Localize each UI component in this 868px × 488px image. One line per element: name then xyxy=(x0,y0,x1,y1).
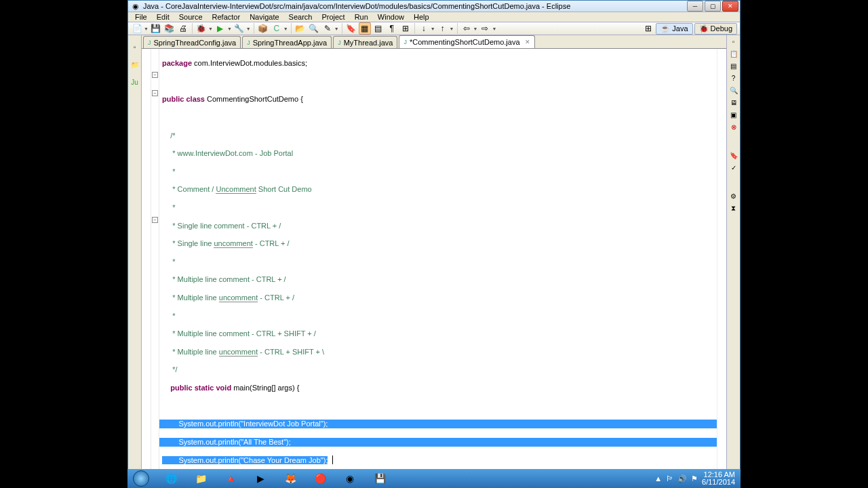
progress-icon[interactable]: ⧗ xyxy=(729,205,738,214)
window-title: Java - CoreJavaInterview-InterviewDot/sr… xyxy=(143,2,687,10)
menu-project[interactable]: Project xyxy=(317,12,349,22)
menu-window[interactable]: Window xyxy=(374,12,408,22)
titlebar[interactable]: ◉ Java - CoreJavaInterview-InterviewDot/… xyxy=(128,1,740,12)
new-package-button[interactable]: 📦 xyxy=(257,22,269,35)
search-view-icon[interactable]: 🔍 xyxy=(729,87,738,96)
restore-view-icon[interactable]: ▫ xyxy=(729,38,738,47)
new-button[interactable]: 📄▼ xyxy=(131,22,149,35)
outline-icon[interactable]: ▤ xyxy=(729,62,738,72)
taskbar-vlc[interactable]: 🔺 xyxy=(217,470,244,487)
bookmarks-icon[interactable]: 🔖 xyxy=(729,152,738,161)
overview-ruler[interactable] xyxy=(717,49,726,488)
taskbar: 🌐 📁 🔺 ▶ 🦊 🔴 ◉ 💾 ▲ 🏳 🔊 ⚑ 12:16 AM 6/11/20… xyxy=(127,469,741,488)
menu-refactor[interactable]: Refactor xyxy=(208,12,245,22)
task-list-icon[interactable]: 📋 xyxy=(729,50,738,60)
annotation-ruler[interactable] xyxy=(142,49,151,488)
menu-navigate[interactable]: Navigate xyxy=(245,12,283,22)
fold-toggle-icon[interactable]: − xyxy=(152,217,158,223)
menu-file[interactable]: File xyxy=(131,12,151,22)
eclipse-icon: ◉ xyxy=(131,1,140,11)
problems-icon[interactable]: ⊗ xyxy=(729,123,738,133)
back-button[interactable]: ⇦▼ xyxy=(460,22,478,35)
tasks-icon[interactable]: ✓ xyxy=(729,164,738,174)
left-view-toolbar: ▫ 📁 Ju xyxy=(128,35,142,488)
run-button[interactable]: ▶▼ xyxy=(214,22,232,35)
tab-springthreadconfig[interactable]: JSpringThreadConfig.java xyxy=(143,36,241,48)
editor-tabs: JSpringThreadConfig.java JSpringThreadAp… xyxy=(142,35,726,49)
tray-network-icon[interactable]: 🏳 xyxy=(666,474,673,483)
console-icon[interactable]: ▣ xyxy=(729,111,738,121)
prev-annotation-button[interactable]: ↑▼ xyxy=(437,22,454,35)
servers-icon[interactable]: 🖥 xyxy=(729,99,738,108)
right-view-toolbar: ▫ 📋 ▤ ? 🔍 🖥 ▣ ⊗ 🔖 ✓ ⚙ ⧗ xyxy=(726,35,740,488)
code-editor[interactable]: package com.InterviewDot.modules.basics;… xyxy=(159,49,717,488)
taskbar-app3[interactable]: 💾 xyxy=(366,470,393,487)
package-explorer-icon[interactable]: 📁 xyxy=(130,61,140,70)
save-all-button[interactable]: 📚 xyxy=(163,22,176,35)
properties-icon[interactable]: ⚙ xyxy=(729,192,738,202)
toggle-breadcrumb-button[interactable]: ▤ xyxy=(372,22,384,35)
fold-toggle-icon[interactable]: − xyxy=(152,90,158,96)
annotate-button[interactable]: ✎▼ xyxy=(321,22,339,35)
next-annotation-button[interactable]: ↓▼ xyxy=(418,22,435,35)
print-button[interactable]: 🖨 xyxy=(177,22,189,35)
taskbar-wmp[interactable]: ▶ xyxy=(247,470,274,487)
search-button[interactable]: 🔍 xyxy=(308,22,320,35)
tray-flag-icon[interactable]: ▲ xyxy=(654,474,662,483)
perspective-debug[interactable]: 🐞Debug xyxy=(694,23,737,35)
help-icon[interactable]: ? xyxy=(729,75,738,84)
junit-icon[interactable]: Ju xyxy=(130,79,140,88)
taskbar-explorer[interactable]: 📁 xyxy=(187,470,214,487)
perspective-java[interactable]: ☕Java xyxy=(656,23,692,35)
menubar: File Edit Source Refactor Navigate Searc… xyxy=(128,12,740,22)
toggle-mark-button[interactable]: 🔖 xyxy=(345,22,357,35)
taskbar-app1[interactable]: 🔴 xyxy=(307,470,334,487)
taskbar-firefox[interactable]: 🦊 xyxy=(277,470,304,487)
start-button[interactable] xyxy=(127,469,155,488)
external-tools-button[interactable]: 🔧▼ xyxy=(233,22,251,35)
debug-button[interactable]: 🐞▼ xyxy=(195,22,213,35)
minimize-button[interactable]: ─ xyxy=(687,1,703,12)
tray-clock[interactable]: 12:16 AM 6/11/2014 xyxy=(702,471,735,486)
toolbar: 📄▼ 💾 📚 🖨 🐞▼ ▶▼ 🔧▼ 📦 C▼ 📂 🔍 ✎▼ 🔖 ▦ ▤ ¶ ⊞ … xyxy=(128,22,740,35)
tray-volume-icon[interactable]: 🔊 xyxy=(677,474,687,483)
maximize-button[interactable]: ▢ xyxy=(705,1,721,12)
save-button[interactable]: 💾 xyxy=(150,22,162,35)
taskbar-app2[interactable]: ◉ xyxy=(336,470,363,487)
restore-view-icon[interactable]: ▫ xyxy=(130,43,140,53)
open-type-button[interactable]: 📂 xyxy=(294,22,307,35)
tray-action-icon[interactable]: ⚑ xyxy=(691,474,698,483)
toggle-highlight-button[interactable]: ▦ xyxy=(359,22,371,35)
menu-source[interactable]: Source xyxy=(175,12,207,22)
system-tray[interactable]: ▲ 🏳 🔊 ⚑ 12:16 AM 6/11/2014 xyxy=(654,471,741,486)
tab-mythread[interactable]: JMyThread.java xyxy=(333,36,397,48)
menu-help[interactable]: Help xyxy=(410,12,433,22)
eclipse-window: ◉ Java - CoreJavaInterview-InterviewDot/… xyxy=(127,0,741,469)
menu-edit[interactable]: Edit xyxy=(153,12,174,22)
close-icon[interactable]: ✕ xyxy=(525,39,530,45)
new-class-button[interactable]: C▼ xyxy=(271,22,288,35)
close-button[interactable]: ✕ xyxy=(722,1,738,12)
menu-search[interactable]: Search xyxy=(285,12,317,22)
folding-ruler[interactable]: − − − xyxy=(151,49,159,488)
text-cursor xyxy=(332,455,333,464)
forward-button[interactable]: ⇨▼ xyxy=(479,22,496,35)
taskbar-ie[interactable]: 🌐 xyxy=(157,470,184,487)
toggle-block-button[interactable]: ⊞ xyxy=(399,22,412,35)
tab-commentingshortcutdemo[interactable]: J*CommentingShortCutDemo.java✕ xyxy=(399,35,534,48)
tab-springthreadapp[interactable]: JSpringThreadApp.java xyxy=(242,36,332,48)
menu-run[interactable]: Run xyxy=(351,12,372,22)
fold-toggle-icon[interactable]: − xyxy=(152,72,158,78)
open-perspective-button[interactable]: ⊞ xyxy=(642,22,654,35)
toggle-whitespace-button[interactable]: ¶ xyxy=(386,22,398,35)
